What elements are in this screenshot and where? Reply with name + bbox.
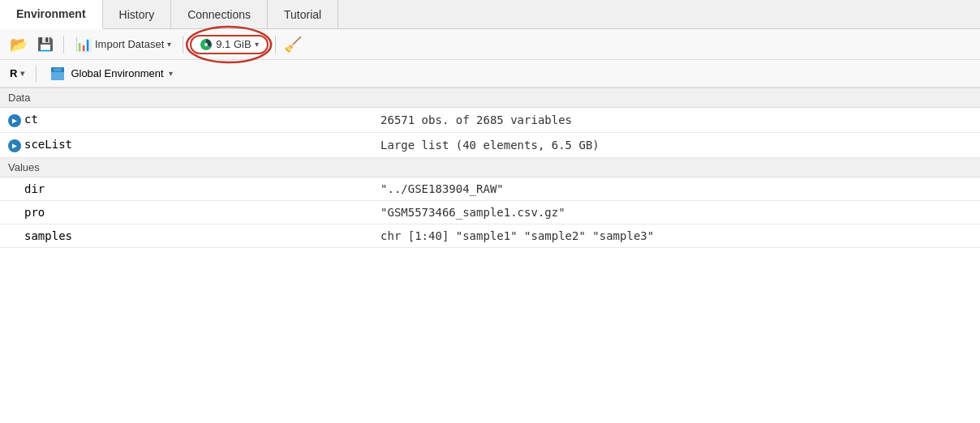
tab-history[interactable]: History xyxy=(103,0,172,28)
variable-name: pro xyxy=(24,206,45,219)
variable-name-cell: samples xyxy=(0,224,372,248)
section-header-data: Data xyxy=(0,88,980,108)
variable-name: dir xyxy=(24,182,45,195)
tab-tutorial[interactable]: Tutorial xyxy=(268,0,338,28)
table-row[interactable]: pro"GSM5573466_sample1.csv.gz" xyxy=(0,201,980,224)
variable-name: samples xyxy=(24,229,72,242)
variable-value-cell: "GSM5573466_sample1.csv.gz" xyxy=(372,201,980,224)
table-row[interactable]: ▶ct26571 obs. of 2685 variables xyxy=(0,108,980,133)
table-row[interactable]: dir"../GSE183904_RAW" xyxy=(0,177,980,201)
variable-name: ct xyxy=(24,113,38,126)
save-button[interactable]: 💾 xyxy=(34,35,57,53)
section-header-values: Values xyxy=(0,158,980,177)
separator3 xyxy=(275,36,276,53)
global-env-dropdown-arrow: ▾ xyxy=(169,69,173,78)
variable-name-cell: ▶sceList xyxy=(0,133,372,158)
section-label: Data xyxy=(8,92,30,104)
open-folder-button[interactable]: 📂 xyxy=(6,34,31,55)
clear-environment-button[interactable]: 🧹 xyxy=(282,34,303,55)
environment-table: Data▶ct26571 obs. of 2685 variables▶sceL… xyxy=(0,88,980,248)
global-env-icon xyxy=(49,66,66,82)
memory-badge[interactable]: 9.1 GiB ▾ xyxy=(190,35,268,54)
tab-bar: Environment History Connections Tutorial xyxy=(0,0,980,29)
variable-name: sceList xyxy=(24,138,72,151)
memory-dropdown-arrow: ▾ xyxy=(255,40,259,49)
variable-value-cell: chr [1:40] "sample1" "sample2" "sample3" xyxy=(372,224,980,248)
tab-connections[interactable]: Connections xyxy=(171,0,268,28)
variable-name-cell: pro xyxy=(0,201,372,224)
svg-point-2 xyxy=(204,43,208,46)
r-dropdown-arrow: ▾ xyxy=(20,69,24,78)
import-dropdown-arrow: ▾ xyxy=(167,40,171,49)
expand-arrow-icon[interactable]: ▶ xyxy=(8,139,21,152)
save-icon: 💾 xyxy=(37,36,54,52)
variable-value-cell: 26571 obs. of 2685 variables xyxy=(372,108,980,133)
global-environment-dropdown[interactable]: Global Environment ▾ xyxy=(45,64,177,83)
separator4 xyxy=(36,65,37,83)
table-icon: 📊 xyxy=(75,36,92,52)
tab-environment[interactable]: Environment xyxy=(0,0,103,29)
separator2 xyxy=(183,36,183,53)
table-row[interactable]: sampleschr [1:40] "sample1" "sample2" "s… xyxy=(0,224,980,248)
import-dataset-button[interactable]: 📊 Import Dataset ▾ xyxy=(71,35,176,53)
variable-name-cell: dir xyxy=(0,177,372,201)
r-version-dropdown[interactable]: R ▾ xyxy=(6,66,28,81)
variable-value-cell: "../GSE183904_RAW" xyxy=(372,177,980,201)
section-label: Values xyxy=(8,161,40,173)
folder-icon: 📂 xyxy=(10,36,28,53)
expand-arrow-icon[interactable]: ▶ xyxy=(8,114,21,127)
toolbar-row2: R ▾ Global Environment ▾ xyxy=(0,60,980,88)
environment-panel: Data▶ct26571 obs. of 2685 variables▶sceL… xyxy=(0,88,980,248)
memory-badge-container: 9.1 GiB ▾ xyxy=(190,35,268,54)
toolbar-row1: 📂 💾 📊 Import Dataset ▾ 9.1 GiB ▾ � xyxy=(0,29,980,60)
table-row[interactable]: ▶sceListLarge list (40 elements, 6.5 GB) xyxy=(0,133,980,158)
memory-pie-icon xyxy=(200,38,213,51)
variable-name-cell: ▶ct xyxy=(0,108,372,133)
svg-rect-5 xyxy=(54,68,62,71)
separator1 xyxy=(63,36,64,53)
variable-value-cell: Large list (40 elements, 6.5 GB) xyxy=(372,133,980,158)
